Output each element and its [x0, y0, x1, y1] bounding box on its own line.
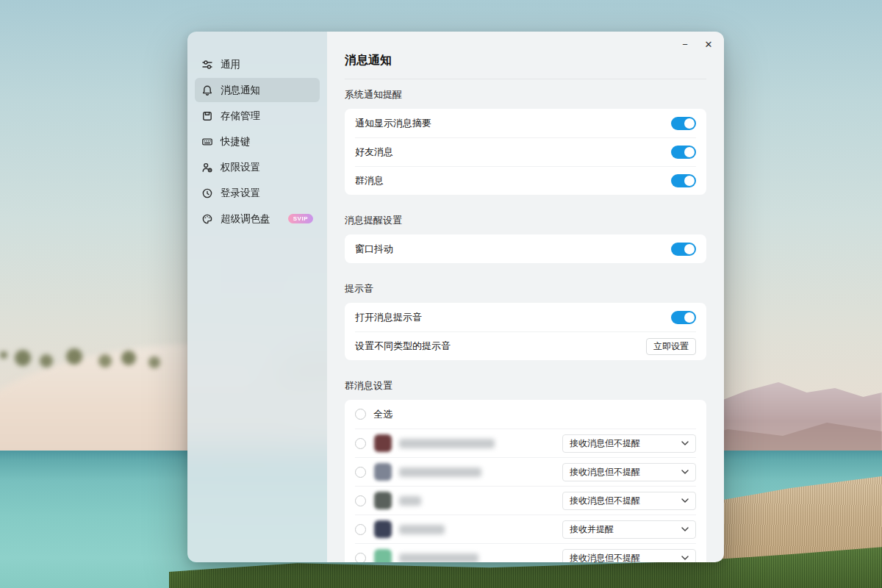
group-notify-dropdown[interactable]: 接收消息但不提醒: [562, 434, 696, 453]
sidebar-item-shortcuts[interactable]: 快捷键: [195, 129, 320, 154]
setting-label: 打开消息提示音: [355, 311, 671, 324]
group-select-radio[interactable]: [355, 553, 366, 563]
group-avatar: [374, 463, 392, 481]
group-name-blurred: [399, 525, 445, 534]
sidebar-item-label: 消息通知: [220, 84, 260, 97]
palette-icon: [201, 213, 213, 225]
setting-label: 好友消息: [355, 146, 671, 159]
chevron-down-icon: [681, 527, 689, 531]
group-select-radio[interactable]: [355, 495, 366, 506]
setting-label: 群消息: [355, 174, 671, 187]
sidebar-item-permissions[interactable]: 权限设置: [195, 155, 320, 179]
sidebar-item-label: 存储管理: [220, 110, 260, 123]
group-select-radio[interactable]: [355, 438, 366, 449]
group-notify-dropdown[interactable]: 接收消息但不提醒: [562, 463, 696, 481]
setting-label: 设置不同类型的提示音: [355, 340, 646, 353]
sidebar-item-storage[interactable]: 存储管理: [195, 104, 320, 128]
section-label-sound: 提示音: [345, 282, 706, 295]
window-controls: − ✕: [675, 36, 718, 52]
settings-sidebar: 通用 消息通知 存储管理: [187, 32, 327, 562]
group-name-blurred: [399, 439, 495, 448]
group-avatar: [374, 520, 392, 538]
group-select-radio[interactable]: [355, 467, 366, 478]
dropdown-value: 接收消息但不提醒: [570, 466, 640, 478]
setting-row: 设置不同类型的提示音 立即设置: [355, 331, 696, 360]
keyboard-icon: [201, 136, 213, 148]
clock-icon: [201, 187, 213, 199]
section-label-remind: 消息提醒设置: [345, 214, 706, 227]
sidebar-item-notifications[interactable]: 消息通知: [195, 78, 320, 102]
chevron-down-icon: [681, 556, 689, 560]
group-avatar: [374, 434, 392, 452]
group-row: 接收消息但不提醒: [355, 429, 696, 457]
group-notify-dropdown[interactable]: 接收消息但不提醒: [562, 492, 696, 510]
section-label-group: 群消息设置: [345, 379, 706, 392]
setting-label: 窗口抖动: [355, 243, 671, 256]
group-row: 接收消息但不提醒: [355, 457, 696, 486]
group-row: 接收消息但不提醒: [355, 543, 696, 562]
card-remind-settings: 窗口抖动: [345, 234, 706, 263]
group-row: 接收消息但不提醒: [355, 486, 696, 514]
sidebar-item-label: 通用: [220, 58, 240, 71]
toggle-group-messages[interactable]: [671, 174, 696, 187]
sliders-icon: [201, 59, 213, 71]
settings-window: 通用 消息通知 存储管理: [187, 32, 724, 562]
sidebar-item-general[interactable]: 通用: [195, 52, 320, 76]
svip-badge: SVIP: [288, 214, 313, 223]
setting-row: 好友消息: [355, 137, 696, 166]
sidebar-item-label: 超级调色盘: [220, 212, 270, 226]
sidebar-item-login[interactable]: 登录设置: [195, 181, 320, 205]
select-all-row: 全选: [355, 400, 696, 429]
toggle-knob: [684, 244, 695, 254]
sidebar-item-label: 快捷键: [220, 135, 251, 148]
group-select-radio[interactable]: [355, 524, 366, 535]
page-title: 消息通知: [345, 32, 706, 68]
setting-label: 通知显示消息摘要: [355, 117, 671, 130]
chevron-down-icon: [681, 470, 689, 474]
wallpaper-shrubs: [0, 351, 7, 359]
chevron-down-icon: [681, 498, 689, 503]
toggle-window-shake[interactable]: [671, 243, 696, 256]
minimize-button[interactable]: −: [675, 36, 695, 52]
group-name-blurred: [399, 553, 478, 563]
dropdown-value: 接收消息但不提醒: [570, 495, 640, 507]
select-all-radio[interactable]: [355, 409, 366, 420]
group-avatar: [374, 549, 392, 562]
close-button[interactable]: ✕: [699, 36, 718, 52]
toggle-message-sound[interactable]: [671, 311, 696, 324]
select-all-label: 全选: [373, 408, 392, 421]
card-sound-settings: 打开消息提示音 设置不同类型的提示音 立即设置: [345, 303, 706, 360]
group-name-blurred: [399, 496, 421, 506]
sidebar-item-palette[interactable]: 超级调色盘 SVIP: [195, 207, 320, 231]
toggle-knob: [684, 312, 695, 323]
setting-row: 打开消息提示音: [355, 303, 696, 331]
setup-now-button[interactable]: 立即设置: [646, 338, 696, 355]
group-name-blurred: [399, 467, 481, 477]
card-group-settings: 全选 接收消息但不提醒 接收消息但不提醒: [345, 400, 706, 562]
sidebar-item-label: 权限设置: [220, 161, 260, 174]
title-divider: [345, 79, 706, 79]
storage-icon: [201, 110, 213, 122]
desktop-wallpaper: 通用 消息通知 存储管理: [0, 0, 882, 588]
dropdown-value: 接收消息但不提醒: [570, 437, 640, 450]
toggle-knob: [684, 176, 695, 186]
setting-row: 窗口抖动: [355, 234, 696, 263]
toggle-friend-messages[interactable]: [671, 146, 696, 159]
sidebar-item-label: 登录设置: [220, 187, 260, 200]
group-notify-dropdown[interactable]: 接收并提醒: [562, 520, 696, 539]
toggle-show-summary[interactable]: [671, 117, 696, 130]
setting-row: 群消息: [355, 166, 696, 195]
bell-icon: [201, 85, 213, 96]
group-row: 接收并提醒: [355, 514, 696, 543]
toggle-knob: [684, 118, 695, 129]
section-label-system: 系统通知提醒: [345, 88, 706, 101]
group-avatar: [374, 492, 392, 509]
dropdown-value: 接收并提醒: [570, 523, 614, 536]
dropdown-value: 接收消息但不提醒: [570, 552, 640, 563]
card-system-notifications: 通知显示消息摘要 好友消息 群消息: [345, 109, 706, 195]
group-notify-dropdown[interactable]: 接收消息但不提醒: [562, 549, 696, 563]
person-gear-icon: [201, 162, 213, 173]
settings-content: − ✕ 消息通知 系统通知提醒 通知显示消息摘要 好友消息 群消息: [327, 32, 724, 562]
toggle-knob: [684, 147, 695, 157]
chevron-down-icon: [681, 441, 689, 445]
